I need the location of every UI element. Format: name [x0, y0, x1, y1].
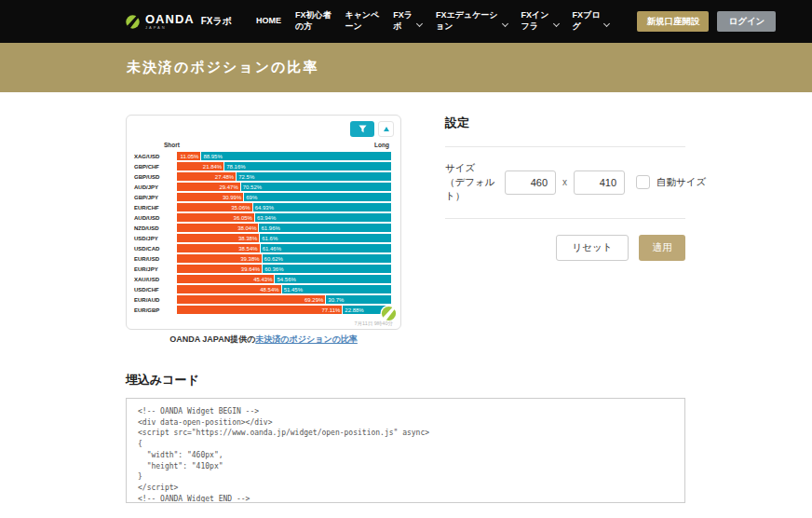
long-bar: 69% [244, 193, 391, 201]
nav-menu: HOMEFX初心者 の方キャンペ ーンFXラ ボFXエデュケーシ ョンFXイン … [256, 10, 610, 32]
short-bar: 21.84% [177, 162, 223, 170]
nav-item-0[interactable]: HOME [256, 16, 281, 27]
nav-item-label: HOME [256, 16, 281, 27]
embed-title: 埋込みコード [126, 372, 199, 388]
short-header: Short [164, 142, 180, 148]
short-bar: 30.99% [177, 193, 243, 201]
nav-item-label: FX初心者 の方 [295, 10, 332, 32]
chevron-down-icon [416, 20, 423, 26]
chart-row: XAU/USD45.43%54.56% [134, 275, 391, 283]
filter-button[interactable] [350, 121, 374, 137]
nav-item-5[interactable]: FXイン フラ [521, 10, 559, 32]
chart-row: NZD/USD38.04%61.96% [134, 224, 391, 232]
pair-label: EUR/USD [134, 256, 177, 262]
chevron-down-icon [502, 20, 508, 26]
long-header: Long [374, 142, 389, 148]
long-bar: 30.7% [326, 295, 391, 304]
nav-item-label: FXイン フラ [521, 10, 549, 32]
pair-label: USD/CAD [134, 246, 177, 252]
nav-item-3[interactable]: FXラ ボ [393, 10, 422, 32]
nav-item-4[interactable]: FXエデュケーシ ョン [436, 10, 508, 32]
long-bar: 88.95% [201, 152, 391, 160]
apply-button[interactable]: 適用 [639, 235, 685, 261]
short-bar: 35.06% [177, 203, 252, 211]
brand-suffix: FXラボ [201, 15, 232, 28]
chart-row: USD/CAD38.54%61.46% [134, 244, 391, 252]
chart-row: GBP/USD27.48%72.5% [134, 172, 391, 181]
short-bar: 69.29% [177, 295, 325, 304]
chart-row: EUR/USD39.38%60.62% [134, 254, 391, 263]
times-symbol: x [562, 177, 567, 187]
oanda-logo[interactable]: OANDA JAPAN FXラボ [125, 13, 232, 30]
chart-rows: XAG/USD11.05%88.95%GBP/CHF21.84%78.16%GB… [134, 152, 391, 314]
short-bar: 45.43% [177, 275, 274, 283]
login-button[interactable]: ログイン [717, 11, 776, 32]
chevron-down-icon [552, 20, 559, 26]
long-bar: 78.16% [224, 162, 391, 170]
long-bar: 61.6% [260, 234, 391, 242]
pair-label: EUR/GBP [134, 307, 177, 313]
chart-row: EUR/GBP77.11%22.88% [134, 306, 391, 314]
nav-item-2[interactable]: キャンペ ーン [345, 10, 379, 32]
page-title: 未決済のポジションの比率 [127, 59, 318, 76]
pair-label: USD/CHF [134, 287, 177, 293]
settings-title: 設定 [445, 115, 685, 131]
signup-button[interactable]: 新規口座開設 [637, 11, 709, 32]
embed-code[interactable]: <!-- OANDA Widget BEGIN --> <div data-op… [126, 398, 685, 503]
pair-label: EUR/JPY [134, 266, 177, 272]
short-bar: 39.64% [177, 265, 262, 273]
nav-item-1[interactable]: FX初心者 の方 [295, 10, 332, 32]
long-bar: 60.36% [263, 265, 391, 273]
short-bar: 77.11% [177, 306, 342, 314]
pair-label: NZD/USD [134, 225, 177, 231]
chart-row: USD/CHF48.54%51.45% [134, 285, 391, 293]
sort-button[interactable] [378, 121, 394, 137]
long-bar: 54.56% [275, 275, 391, 283]
caption-link[interactable]: 未決済のポジションの比率 [255, 334, 357, 344]
nav-item-6[interactable]: FXブロ グ [573, 10, 610, 32]
nav-item-label: キャンペ ーン [345, 10, 379, 32]
nav-item-label: FXラ ボ [393, 10, 413, 32]
top-nav: OANDA JAPAN FXラボ HOMEFX初心者 の方キャンペ ーンFXラ … [0, 0, 812, 43]
long-bar: 60.62% [263, 254, 391, 263]
chart-row: XAG/USD11.05%88.95% [134, 152, 391, 160]
chart-row: AUD/USD36.05%63.94% [134, 213, 391, 222]
chart-row: EUR/JPY39.64%60.36% [134, 265, 391, 273]
size-label: サイズ （デフォルト） [445, 161, 505, 204]
pair-label: AUD/USD [134, 215, 177, 221]
short-bar: 27.48% [177, 172, 236, 181]
chevron-down-icon [603, 20, 610, 26]
oanda-logo-icon [125, 14, 141, 30]
chart-row: EUR/AUD69.29%30.7% [134, 295, 391, 304]
hero-band: 未決済のポジションの比率 [0, 43, 812, 92]
funnel-icon [359, 125, 367, 133]
caption-text: OANDA JAPAN提供の [169, 334, 255, 344]
chart-row: GBP/JPY30.99%69% [134, 193, 391, 201]
long-bar: 63.94% [255, 213, 391, 222]
short-bar: 48.54% [177, 285, 281, 293]
pair-label: XAU/USD [134, 277, 177, 282]
short-bar: 39.38% [177, 254, 262, 263]
auto-size-checkbox[interactable] [636, 175, 650, 189]
nav-item-label: FXブロ グ [573, 10, 601, 32]
pair-label: GBP/USD [134, 174, 177, 180]
short-bar: 38.54% [177, 244, 260, 252]
chart-row: EUR/CHF35.06%64.93% [134, 203, 391, 211]
pair-label: EUR/CHF [134, 205, 177, 211]
reset-button[interactable]: リセット [556, 235, 629, 261]
long-bar: 61.46% [261, 244, 391, 252]
chart-row: USD/JPY38.38%61.6% [134, 234, 391, 242]
long-bar: 51.45% [282, 285, 391, 293]
settings-panel: 設定 サイズ （デフォルト） x 自動サイズ リセット 適用 [445, 115, 685, 261]
brand-name: OANDA [145, 13, 195, 25]
short-bar: 36.05% [177, 213, 254, 222]
pair-label: EUR/AUD [134, 297, 177, 303]
short-bar: 38.04% [177, 224, 258, 232]
chart-row: AUD/JPY29.47%70.52% [134, 183, 391, 191]
pair-label: XAG/USD [134, 154, 177, 159]
auto-size-label: 自動サイズ [656, 176, 706, 189]
sort-triangle-icon [384, 127, 389, 131]
long-bar: 64.93% [253, 203, 391, 211]
width-input[interactable] [505, 170, 556, 195]
height-input[interactable] [574, 170, 625, 195]
